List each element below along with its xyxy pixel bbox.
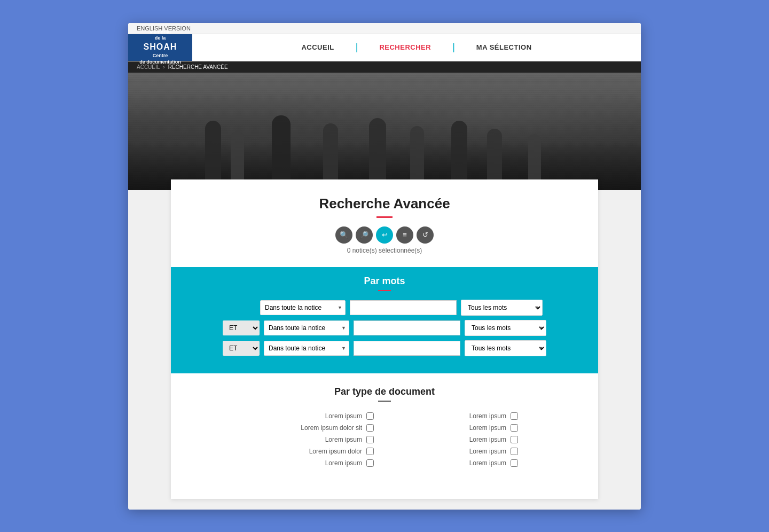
checkbox-right-1[interactable]	[511, 412, 518, 420]
par-mots-section: Par mots Dans toute la notice Titre Aute…	[171, 267, 598, 373]
icon-reset[interactable]: ↺	[417, 226, 434, 244]
checkbox-item-right-3: Lorem ipsum	[395, 436, 518, 443]
checkbox-label-right-3: Lorem ipsum	[469, 436, 506, 443]
logo[interactable]: Mémorial de la SHOAH Centre de documenta…	[128, 34, 192, 61]
checkbox-label-right-4: Lorem ipsum	[469, 448, 506, 455]
checkbox-label-left-5: Lorem ipsum	[325, 459, 362, 467]
checkbox-item-left-2: Lorem ipsum dolor sit	[251, 424, 374, 432]
checkbox-right-5[interactable]	[511, 459, 518, 467]
checkbox-label-left-1: Lorem ipsum	[325, 412, 362, 420]
checkbox-left-1[interactable]	[366, 412, 374, 420]
checkbox-label-right-2: Lorem ipsum	[469, 424, 506, 432]
nav-bar: Mémorial de la SHOAH Centre de documenta…	[128, 34, 641, 61]
par-type-underline	[378, 401, 391, 402]
mode-select-wrap-1: Tous les mots Quelques mots Expression e…	[461, 300, 543, 316]
site-header: ENGLISH VERSION Mémorial de la SHOAH Cen…	[128, 23, 641, 61]
search-input-1[interactable]	[350, 300, 457, 315]
search-row-3: ET OU SAUF Dans toute la notice Titre Au…	[182, 340, 587, 356]
checkbox-item-left-3: Lorem ipsum	[251, 436, 374, 443]
field-select-2[interactable]: Dans toute la notice Titre Auteur Sujet	[264, 320, 349, 335]
checkbox-label-right-1: Lorem ipsum	[469, 412, 506, 420]
mode-select-1[interactable]: Tous les mots Quelques mots Expression e…	[461, 300, 543, 316]
breadcrumb-home[interactable]: ACCUEIL	[137, 64, 160, 70]
field-select-3[interactable]: Dans toute la notice Titre Auteur Sujet	[264, 341, 349, 356]
checkbox-item-right-1: Lorem ipsum	[395, 412, 518, 420]
icon-search-1[interactable]: 🔍	[335, 226, 352, 244]
field-select-wrap-2: Dans toute la notice Titre Auteur Sujet	[264, 320, 349, 335]
nav-accueil[interactable]: ACCUEIL	[280, 43, 355, 51]
top-bar: ENGLISH VERSION	[128, 23, 641, 34]
par-type-section: Par type de document Lorem ipsum Lorem i…	[171, 373, 598, 478]
par-mots-title: Par mots	[182, 276, 587, 287]
checkbox-left-2[interactable]	[366, 424, 374, 432]
main-frame: ENGLISH VERSION Mémorial de la SHOAH Cen…	[128, 23, 641, 510]
mode-select-wrap-3: Tous les mots Quelques mots Expression e…	[465, 340, 546, 356]
checkbox-left-5[interactable]	[366, 459, 374, 467]
checkbox-item-left-5: Lorem ipsum	[251, 459, 374, 467]
checkbox-item-left-4: Lorem ipsum dolor	[251, 448, 374, 455]
breadcrumb-current: RECHERCHE AVANCÉE	[168, 64, 228, 70]
checkbox-right-3[interactable]	[511, 436, 518, 443]
main-content: Recherche Avancée 🔍 🔎 ↩ ≡ ↺ 0 notice(s) …	[128, 190, 641, 510]
search-panel: Recherche Avancée 🔍 🔎 ↩ ≡ ↺ 0 notice(s) …	[171, 179, 598, 499]
search-input-3[interactable]	[354, 341, 460, 356]
checkbox-grid: Lorem ipsum Lorem ipsum Lorem ipsum dolo…	[251, 412, 518, 467]
mode-select-wrap-2: Tous les mots Quelques mots Expression e…	[465, 320, 546, 336]
title-underline	[376, 216, 393, 218]
checkbox-item-right-2: Lorem ipsum	[395, 424, 518, 432]
checkbox-item-right-4: Lorem ipsum	[395, 448, 518, 455]
operator-select-3[interactable]: ET OU SAUF	[223, 341, 260, 356]
logo-text: Mémorial de la SHOAH Centre de documenta…	[139, 29, 181, 66]
checkbox-label-left-4: Lorem ipsum dolor	[309, 448, 362, 455]
search-title: Recherche Avancée	[192, 195, 577, 212]
icon-search-2[interactable]: 🔎	[356, 226, 373, 244]
breadcrumb-sep: ›	[163, 64, 164, 70]
checkbox-right-2[interactable]	[511, 424, 518, 432]
checkbox-item-right-5: Lorem ipsum	[395, 459, 518, 467]
checkbox-left-4[interactable]	[366, 448, 374, 455]
nav-links: ACCUEIL | RECHERCHER | MA SÉLECTION	[192, 34, 641, 61]
field-select-wrap-1: Dans toute la notice Titre Auteur Sujet	[260, 300, 346, 315]
operator-select-2[interactable]: ET OU SAUF	[223, 320, 260, 335]
nav-rechercher[interactable]: RECHERCHER	[358, 43, 452, 51]
search-row-2: ET OU SAUF Dans toute la notice Titre Au…	[182, 320, 587, 336]
notice-count: 0 notice(s) sélectionnée(s)	[192, 247, 577, 254]
icon-list[interactable]: ≡	[396, 226, 413, 244]
field-select-1[interactable]: Dans toute la notice Titre Auteur Sujet	[260, 300, 346, 315]
nav-ma-selection[interactable]: MA SÉLECTION	[455, 43, 553, 51]
checkbox-left-3[interactable]	[366, 436, 374, 443]
hero-image	[128, 73, 641, 190]
mode-select-3[interactable]: Tous les mots Quelques mots Expression e…	[465, 340, 546, 356]
icon-back[interactable]: ↩	[376, 226, 393, 244]
checkbox-right-4[interactable]	[511, 448, 518, 455]
checkbox-label-left-2: Lorem ipsum dolor sit	[301, 424, 362, 432]
checkbox-label-right-5: Lorem ipsum	[469, 459, 506, 467]
par-type-title: Par type de document	[182, 386, 587, 397]
checkbox-item-left-1: Lorem ipsum	[251, 412, 374, 420]
search-row-1: Dans toute la notice Titre Auteur Sujet …	[182, 300, 587, 316]
field-select-wrap-3: Dans toute la notice Titre Auteur Sujet	[264, 341, 349, 356]
icon-row: 🔍 🔎 ↩ ≡ ↺	[192, 226, 577, 244]
breadcrumb: ACCUEIL › RECHERCHE AVANCÉE	[128, 61, 641, 73]
checkbox-label-left-3: Lorem ipsum	[325, 436, 362, 443]
par-mots-underline	[378, 290, 391, 291]
hero-photo	[128, 73, 641, 190]
search-input-2[interactable]	[354, 320, 460, 335]
mode-select-2[interactable]: Tous les mots Quelques mots Expression e…	[465, 320, 546, 336]
